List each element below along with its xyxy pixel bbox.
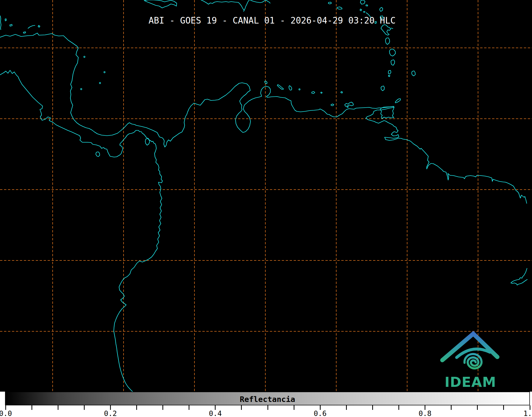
island-curacao (277, 85, 284, 89)
colorbar-tick (267, 405, 268, 410)
ideam-logo: IDEAM (436, 329, 505, 391)
island-trinidad (380, 107, 394, 118)
colorbar-tick-label: 0.8 (419, 409, 431, 417)
island-aves-islet-b (337, 7, 342, 9)
island-bequia (391, 60, 395, 65)
island-dot-corn-island-north (84, 56, 85, 58)
coastline-hispaniola-south-coast (201, 0, 249, 11)
island-dot-corn-island-south (81, 89, 82, 90)
colorbar-tick (58, 405, 58, 410)
colorbar-tick (294, 405, 294, 410)
logo-roof-icon (442, 334, 497, 360)
island-st-lucia (385, 38, 390, 44)
island-margarita (345, 102, 353, 106)
colorbar-tick (31, 405, 32, 410)
island-bonaire (289, 86, 292, 90)
colorbar-tick-label: 0.4 (209, 409, 222, 417)
island-martinique-dash (391, 28, 393, 29)
island-grenada (381, 86, 384, 91)
reflectance-colorbar: Reflectancia (5, 392, 530, 405)
colorbar-tick (136, 405, 137, 410)
island-st-vincent (389, 49, 395, 56)
island-los-roques-a (312, 91, 315, 94)
colorbar-tick-label: 0.6 (314, 409, 327, 417)
product-title: ABI - GOES 19 - CANAL 01 - 2026-04-29 03… (0, 15, 532, 26)
island-guanaja (38, 25, 40, 27)
island-martinique (381, 25, 391, 35)
colorbar-tick (398, 405, 399, 410)
island-dot-la-orchila (299, 89, 300, 90)
island-grenadines-b (388, 75, 390, 77)
colorbar-tick (162, 405, 163, 410)
colorbar-tick-label: 0.0 (0, 409, 12, 417)
coastline-top-edge-fragment-a (251, 0, 266, 3)
island-los-roques-b (321, 92, 322, 93)
colorbar-label: Reflectancia (6, 395, 529, 404)
island-dot-coche (347, 106, 348, 108)
coastline-orinoco-estuary-right-edge (511, 268, 527, 285)
island-barbados (412, 71, 415, 76)
island-aruba (265, 81, 267, 84)
colorbar-tick (503, 405, 504, 410)
island-blanquilla (341, 91, 343, 93)
island-islet-1375 (363, 11, 365, 12)
island-tortuga (331, 104, 334, 106)
logo-swirl-icon (465, 354, 481, 368)
island-utila (23, 32, 26, 33)
coastline-caribbean-mainland-coast (0, 33, 527, 203)
coastline-top-edge-fragment-b (266, 0, 270, 3)
satellite-product-image: { "title": "ABI - GOES 19 - CANAL 01 - 2… (0, 0, 532, 417)
island-marie-galante (366, 5, 368, 6)
island-tobago (395, 99, 401, 103)
island-guadeloupe-bit (360, 0, 365, 4)
island-islet-1362 (360, 9, 362, 11)
island-roatan (28, 25, 35, 28)
island-dot-providencia (104, 72, 105, 73)
island-pearl-islands (145, 139, 150, 145)
island-coiba (96, 152, 100, 157)
colorbar-tick (372, 405, 373, 410)
coastline-jamaica-south-coast (144, 0, 177, 8)
colorbar-tick (189, 405, 189, 410)
island-dominica-north (380, 7, 383, 11)
colorbar-tick-label: 0.2 (104, 409, 117, 417)
island-grenadines-a (388, 70, 391, 74)
colorbar-tick (451, 405, 452, 410)
logo-text: IDEAM (444, 374, 496, 390)
island-dot-san-andres (99, 83, 101, 84)
colorbar-tick (84, 405, 85, 410)
colorbar-tick-label: 1.0 (524, 409, 532, 417)
colorbar-tick (241, 405, 242, 410)
colorbar-tick (477, 405, 478, 410)
satellite-map-canvas: ABI - GOES 19 - CANAL 01 - 2026-04-29 03… (0, 0, 532, 392)
colorbar-tick (346, 405, 347, 410)
island-aves-islet-a (328, 2, 331, 4)
